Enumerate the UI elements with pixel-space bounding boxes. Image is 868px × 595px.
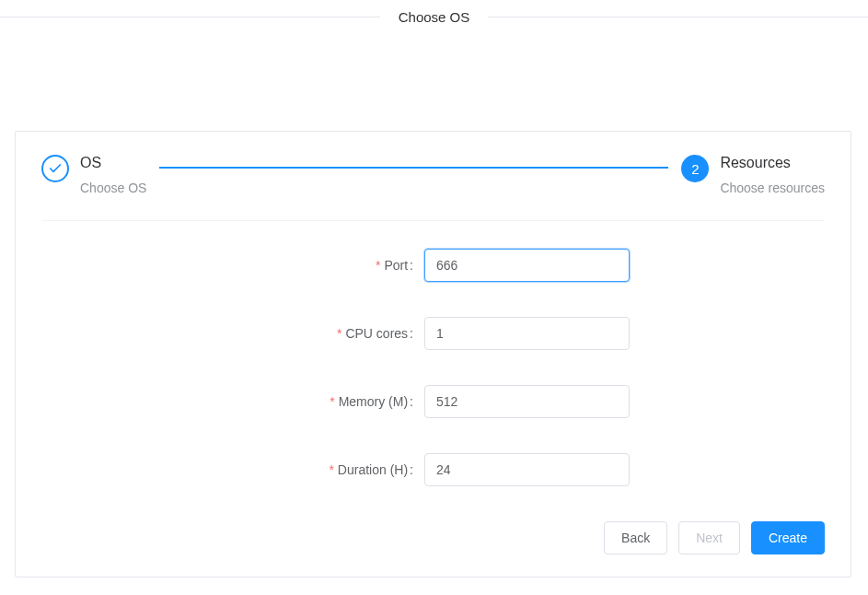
required-asterisk: * <box>337 326 341 341</box>
duration-label: * Duration (H) : <box>41 462 424 477</box>
page-title: Choose OS <box>380 9 489 25</box>
form-row-duration: * Duration (H) : <box>41 453 825 486</box>
duration-input[interactable] <box>424 453 630 486</box>
step-resources[interactable]: 2 Resources Choose resources <box>681 154 825 196</box>
form-row-memory: * Memory (M) : <box>41 385 825 418</box>
form-row-port: * Port : <box>41 249 825 282</box>
step-number-icon: 2 <box>681 155 709 182</box>
resources-form: * Port : * CPU cores : * Memory (M) : <box>41 249 825 486</box>
check-icon <box>41 155 69 182</box>
step-connector-line <box>159 167 668 169</box>
footer-buttons: Back Next Create <box>41 521 825 554</box>
step-os-desc: Choose OS <box>80 180 146 196</box>
required-asterisk: * <box>329 462 333 477</box>
cpu-input[interactable] <box>424 317 630 350</box>
step-resources-title: Resources <box>720 154 825 172</box>
step-os-title: OS <box>80 154 146 172</box>
cpu-label: * CPU cores : <box>41 326 424 341</box>
memory-label: * Memory (M) : <box>41 394 424 409</box>
step-number: 2 <box>691 161 699 177</box>
create-button[interactable]: Create <box>751 521 825 554</box>
page-header-divider: Choose OS <box>0 6 868 28</box>
step-resources-desc: Choose resources <box>720 180 825 196</box>
memory-input[interactable] <box>424 385 630 418</box>
steps-bar: OS Choose OS 2 Resources Choose resource… <box>41 154 825 221</box>
required-asterisk: * <box>330 394 334 409</box>
form-row-cpu: * CPU cores : <box>41 317 825 350</box>
step-os[interactable]: OS Choose OS <box>41 154 146 196</box>
port-label: * Port : <box>41 258 424 273</box>
step-os-text: OS Choose OS <box>80 154 146 196</box>
wizard-card: OS Choose OS 2 Resources Choose resource… <box>15 131 851 578</box>
port-input[interactable] <box>424 249 630 282</box>
next-button[interactable]: Next <box>678 521 740 554</box>
back-button[interactable]: Back <box>604 521 667 554</box>
step-resources-text: Resources Choose resources <box>720 154 825 196</box>
required-asterisk: * <box>376 258 380 273</box>
